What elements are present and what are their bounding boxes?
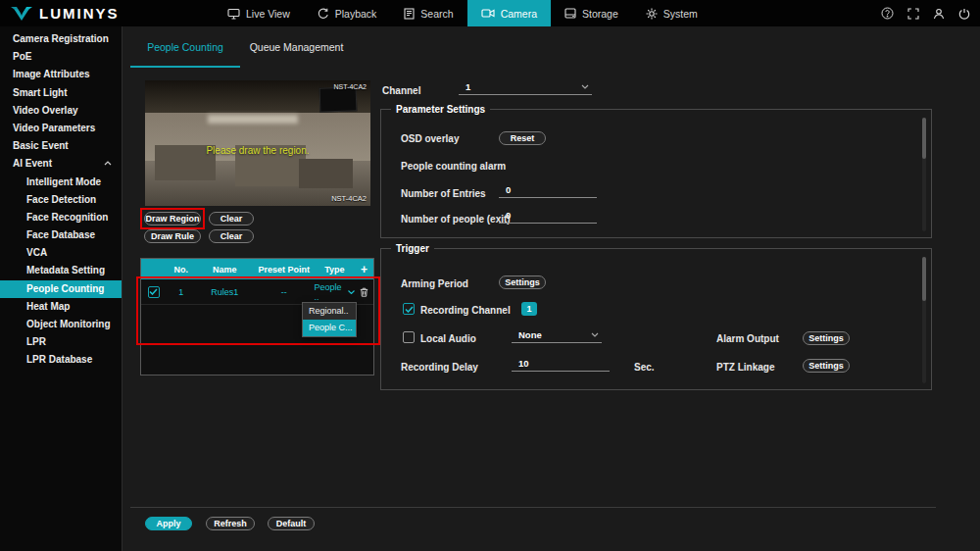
trigger-title: Trigger (391, 243, 434, 254)
sidebar-item-heat-map[interactable]: Heat Map (0, 298, 122, 316)
sidebar-item-intelligent-mode[interactable]: Intelligent Mode (0, 174, 122, 191)
apply-button[interactable]: Apply (145, 517, 192, 530)
row-checkbox-checked[interactable] (148, 286, 160, 298)
row-name: Rules1 (196, 287, 255, 297)
draw-region-button[interactable]: Draw Region (144, 212, 201, 225)
recording-channel-label: Recording Channel (420, 305, 511, 316)
gear-icon (646, 8, 658, 20)
sidebar-item-label: Face Recognition (26, 212, 108, 223)
top-nav: Live View Playback Search Camera (214, 0, 711, 26)
arming-period-label: Arming Period (401, 278, 468, 289)
sidebar-item-face-recognition[interactable]: Face Recognition (0, 209, 122, 226)
recording-delay-input[interactable]: 10 (512, 356, 610, 372)
recording-delay-label: Recording Delay (401, 362, 478, 373)
clear-rule-button[interactable]: Clear (209, 229, 254, 243)
sidebar-item-label: AI Event (13, 158, 52, 169)
recording-channel-checkbox[interactable] (403, 303, 415, 315)
nav-system[interactable]: System (632, 0, 711, 26)
entries-input[interactable]: 0 (499, 182, 597, 198)
sidebar-item-face-detection[interactable]: Face Detection (0, 191, 122, 209)
channel-label: Channel (382, 85, 420, 96)
camera-icon (481, 8, 495, 19)
screen: LUMINYS Live View Playback Search (0, 0, 980, 551)
type-option-regional[interactable]: Regional.. (303, 303, 356, 320)
sidebar-item-basic-event[interactable]: Basic Event (0, 137, 122, 155)
sidebar-item-camera-registration[interactable]: Camera Registration (0, 30, 122, 48)
number-of-entries-label: Number of Entries (401, 188, 486, 199)
draw-rule-button[interactable]: Draw Rule (144, 229, 201, 243)
tab-people-counting[interactable]: People Counting (130, 26, 240, 68)
sidebar-item-poe[interactable]: PoE (0, 48, 122, 66)
arming-period-settings-button[interactable]: Settings (499, 276, 546, 289)
rules-table-header: No. Name Preset Point Type + (141, 259, 373, 279)
sidebar-item-lpr-database[interactable]: LPR Database (0, 351, 122, 369)
video-preview[interactable]: NST-4CA2 Please draw the region. NST-4CA… (145, 80, 370, 206)
nav-label: Storage (582, 8, 618, 20)
local-audio-select[interactable]: None (512, 327, 602, 343)
help-icon[interactable] (881, 7, 894, 20)
refresh-button[interactable]: Refresh (206, 517, 255, 530)
recording-channel-badge[interactable]: 1 (521, 302, 537, 316)
local-audio-label: Local Audio (420, 333, 476, 344)
sidebar-item-ai-event[interactable]: AI Event (0, 155, 122, 173)
sidebar-item-vca[interactable]: VCA (0, 244, 122, 262)
sidebar-item-lpr[interactable]: LPR (0, 333, 122, 351)
sidebar-item-label: People Counting (26, 283, 104, 294)
sidebar-item-label: VCA (26, 247, 47, 258)
sidebar-item-label: LPR Database (26, 354, 92, 365)
trigger-scrollbar[interactable] (922, 257, 926, 383)
exit-input[interactable]: 0 (499, 208, 597, 224)
topbar: LUMINYS Live View Playback Search (0, 0, 980, 26)
default-button[interactable]: Default (268, 517, 315, 530)
footer-divider (130, 507, 936, 508)
parameter-settings-scrollbar[interactable] (922, 118, 926, 231)
scrollbar-thumb[interactable] (922, 257, 926, 301)
ptz-linkage-label: PTZ Linkage (716, 362, 774, 373)
sidebar-item-video-overlay[interactable]: Video Overlay (0, 102, 122, 120)
playback-icon (318, 8, 329, 20)
people-counting-alarm-label: People counting alarm (401, 161, 506, 172)
sidebar-item-video-parameters[interactable]: Video Parameters (0, 120, 122, 137)
user-icon[interactable] (933, 8, 945, 20)
topbar-utilities (881, 0, 970, 26)
nav-storage[interactable]: Storage (551, 0, 632, 26)
chevron-down-icon (581, 84, 589, 89)
power-icon[interactable] (958, 8, 970, 20)
nav-camera[interactable]: Camera (467, 0, 551, 26)
row-type-dropdown[interactable]: People .. (315, 282, 356, 302)
sidebar-item-people-counting[interactable]: People Counting (0, 280, 122, 298)
sidebar-item-metadata-setting[interactable]: Metadata Setting (0, 262, 122, 279)
type-option-people-counting[interactable]: People C... (303, 320, 356, 336)
trash-icon[interactable] (360, 287, 368, 297)
preview-osd-bottom: NST-4CA2 (331, 194, 367, 203)
nav-label: Search (420, 8, 453, 20)
alarm-output-settings-button[interactable]: Settings (803, 331, 850, 345)
sidebar-item-label: Intelligent Mode (26, 176, 101, 187)
parameter-settings-group: Parameter Settings OSD overlay Reset Peo… (380, 109, 932, 238)
sidebar-item-label: Face Detection (26, 194, 96, 205)
channel-select[interactable]: 1 (459, 79, 592, 95)
fullscreen-icon[interactable] (907, 8, 919, 20)
local-audio-value: None (518, 329, 542, 340)
scrollbar-thumb[interactable] (922, 118, 926, 159)
local-audio-checkbox[interactable] (403, 331, 415, 343)
nav-live-view[interactable]: Live View (214, 0, 304, 26)
sidebar-item-smart-light[interactable]: Smart Light (0, 84, 122, 102)
header-preset-point: Preset Point (254, 265, 314, 275)
add-rule-button[interactable]: + (355, 263, 373, 276)
monitor-icon (227, 8, 240, 20)
main-content: People Counting Queue Management NST-4CA… (122, 26, 980, 551)
ptz-linkage-settings-button[interactable]: Settings (803, 359, 850, 373)
tab-queue-management[interactable]: Queue Management (240, 26, 353, 68)
clear-region-button[interactable]: Clear (209, 212, 254, 225)
sidebar-item-label: Heat Map (26, 301, 70, 312)
sidebar-item-label: Metadata Setting (26, 265, 105, 276)
sidebar-item-face-database[interactable]: Face Database (0, 226, 122, 244)
sidebar-item-object-monitoring[interactable]: Object Monitoring (0, 316, 122, 333)
osd-reset-button[interactable]: Reset (499, 131, 546, 145)
header-name: Name (196, 265, 255, 275)
sidebar-item-image-attributes[interactable]: Image Attributes (0, 66, 122, 83)
nav-search[interactable]: Search (390, 0, 466, 26)
chevron-down-icon (348, 290, 355, 294)
nav-playback[interactable]: Playback (304, 0, 391, 26)
